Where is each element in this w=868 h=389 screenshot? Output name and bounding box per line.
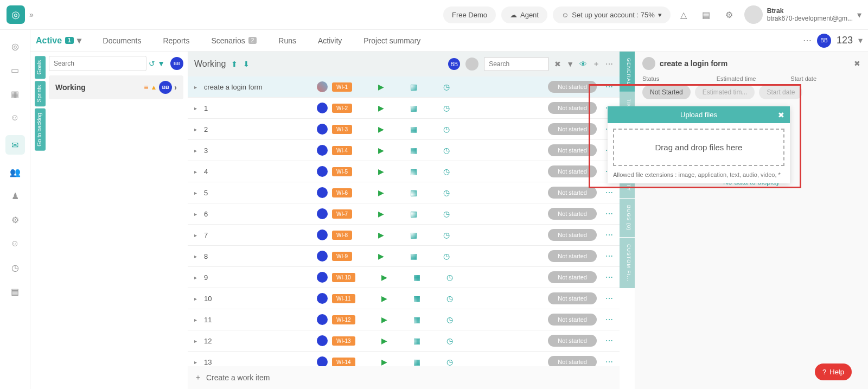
assignee-avatar[interactable] [642,57,655,70]
nav-date-icon[interactable]: ▦ [9,87,22,100]
estimated-time-chip[interactable]: Estimated tim... [695,85,755,99]
status-badge[interactable]: Not started [548,187,597,199]
assignee-avatar[interactable] [317,208,328,219]
assignee-avatar[interactable] [317,293,328,304]
expand-caret-icon[interactable]: ▸ [194,84,200,90]
nav-target-icon[interactable]: ◎ [9,40,22,53]
status-badge[interactable]: Not started [548,144,597,156]
status-badge[interactable]: Not started [548,356,597,366]
work-item-row[interactable]: ▸12WI-13▶▦◷Not started⋯ [188,330,620,352]
close-upload-icon[interactable]: ✖ [778,111,784,119]
bb-avatar-small[interactable]: BB [170,57,183,70]
work-item-row[interactable]: ▸3WI-4▶▦◷Not started⋯ [188,140,620,161]
assignee-avatar[interactable] [317,251,328,262]
status-badge[interactable]: Not started [548,271,597,283]
free-demo-button[interactable]: Free Demo [443,7,496,23]
work-item-row[interactable]: ▸7WI-8▶▦◷Not started⋯ [188,225,620,246]
status-badge[interactable]: Not started [548,165,597,177]
work-item-row[interactable]: ▸13WI-14▶▦◷Not started⋯ [188,352,620,366]
status-badge[interactable]: Not started [548,229,597,241]
vtab-backlog[interactable]: Go to backlog [35,109,46,151]
expand-caret-icon[interactable]: ▸ [194,232,200,238]
document-icon[interactable]: ▤ [697,5,716,24]
calendar-icon[interactable]: ▦ [410,231,417,239]
assignee-avatar[interactable] [317,272,328,283]
status-badge[interactable]: Not started [548,314,597,326]
tab-scenarios[interactable]: Scenarios2 [211,36,257,45]
calendar-icon[interactable]: ▦ [413,336,420,345]
nav-briefcase-icon[interactable]: ✉ [5,135,25,155]
assignee-avatar[interactable] [317,145,328,156]
help-button[interactable]: ? Help [815,364,852,380]
clock-icon[interactable]: ◷ [446,294,453,303]
status-badge[interactable]: Not started [548,292,597,304]
detail-tab-custom[interactable]: CUSTOM FI... [620,238,635,289]
detail-tab-general[interactable]: GENERAL [620,52,635,92]
calendar-icon[interactable]: ▦ [410,167,417,176]
clock-icon[interactable]: ◷ [443,209,450,218]
status-badge[interactable]: Not started [548,250,597,262]
clock-icon[interactable]: ◷ [443,146,450,155]
row-more-icon[interactable]: ⋯ [605,252,613,260]
play-icon[interactable]: ▶ [378,82,384,91]
play-icon[interactable]: ▶ [378,252,384,260]
work-items-search-input[interactable] [484,57,549,71]
calendar-icon[interactable]: ▦ [410,252,417,260]
play-icon[interactable]: ▶ [381,294,387,303]
calendar-icon[interactable]: ▦ [410,146,417,155]
expand-caret-icon[interactable]: ▸ [194,338,200,344]
row-more-icon[interactable]: ⋯ [605,294,613,303]
tab-documents[interactable]: Documents [103,36,142,45]
status-badge[interactable]: Not started [548,102,597,114]
work-item-row[interactable]: ▸create a login formWI-1▶▦◷Not started⋯ [188,76,620,98]
chevron-right-icon[interactable]: › [174,83,177,92]
play-icon[interactable]: ▶ [381,273,387,282]
active-filter[interactable]: Active1▾ [36,35,81,46]
expand-caret-icon[interactable]: ▸ [194,253,200,259]
work-item-row[interactable]: ▸1WI-2▶▦◷Not started⋯ [188,98,620,119]
play-icon[interactable]: ▶ [381,315,387,324]
clock-icon[interactable]: ◷ [443,82,450,91]
clock-icon[interactable]: ◷ [446,273,453,282]
goals-search-input[interactable] [49,56,146,71]
reset-icon[interactable]: ↺ [149,59,155,68]
more-icon[interactable]: ⋯ [803,35,812,46]
clock-icon[interactable]: ◷ [443,125,450,133]
calendar-icon[interactable]: ▦ [413,358,420,366]
play-icon[interactable]: ▶ [378,209,384,218]
settings-gear-icon[interactable]: ⚙ [719,5,739,24]
expand-caret-icon[interactable]: ▸ [194,148,200,154]
expand-nav-icon[interactable]: » [29,10,34,19]
start-date-chip[interactable]: Start date [759,85,802,99]
download-icon[interactable]: ⬇ [243,60,250,68]
more-icon[interactable]: ⋯ [605,60,613,68]
nav-clock-icon[interactable]: ◷ [9,261,22,274]
add-icon[interactable]: ＋ [592,59,600,69]
expand-caret-icon[interactable]: ▸ [194,359,200,365]
status-badge[interactable]: Not started [548,81,597,93]
expand-caret-icon[interactable]: ▸ [194,296,200,302]
setup-account-button[interactable]: ☺Set up your account : 75%▾ [553,7,671,23]
work-item-row[interactable]: ▸8WI-9▶▦◷Not started⋯ [188,246,620,267]
work-item-row[interactable]: ▸4WI-5▶▦◷Not started⋯ [188,161,620,182]
detail-tab-bugs[interactable]: BUGS (0) [620,199,635,238]
play-icon[interactable]: ▶ [378,167,384,176]
filter-icon[interactable]: ▼ [157,59,165,68]
clock-icon[interactable]: ◷ [443,188,450,197]
clock-icon[interactable]: ◷ [446,315,453,324]
bb-avatar[interactable]: BB [817,34,831,48]
nav-people-icon[interactable]: 👥 [9,165,22,178]
play-icon[interactable]: ▶ [381,336,387,345]
work-item-row[interactable]: ▸9WI-10▶▦◷Not started⋯ [188,267,620,288]
row-more-icon[interactable]: ⋯ [605,231,613,239]
calendar-icon[interactable]: ▦ [410,188,417,197]
create-work-item-button[interactable]: ＋ Create a work item [188,366,620,389]
assignee-avatar[interactable] [317,229,328,240]
assignee-avatar[interactable] [317,124,328,135]
play-icon[interactable]: ▶ [378,146,384,155]
clear-icon[interactable]: ✖ [554,60,561,68]
tab-reports[interactable]: Reports [163,36,189,45]
expand-caret-icon[interactable]: ▸ [194,105,200,111]
expand-caret-icon[interactable]: ▸ [194,211,200,217]
work-item-row[interactable]: ▸2WI-3▶▦◷Not started⋯ [188,119,620,140]
